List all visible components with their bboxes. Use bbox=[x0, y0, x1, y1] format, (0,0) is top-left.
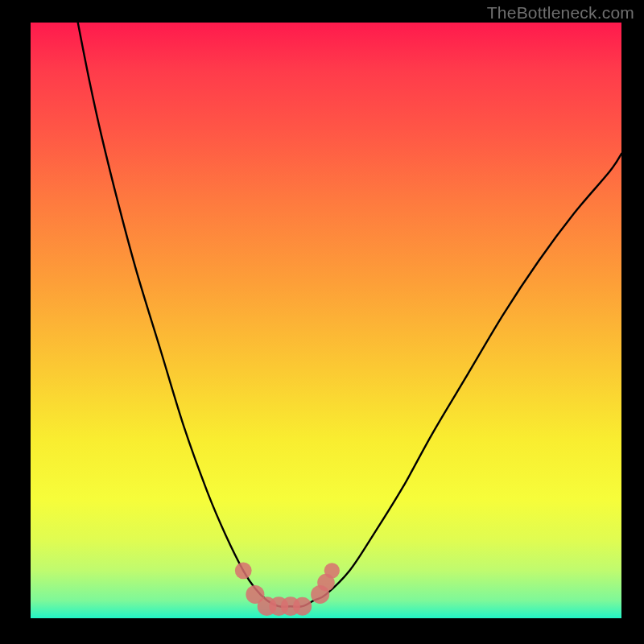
plot-area bbox=[31, 23, 621, 618]
highlight-marker bbox=[324, 563, 340, 578]
highlight-marker bbox=[235, 562, 252, 579]
chart-frame: TheBottleneck.com bbox=[0, 0, 644, 644]
bottleneck-curve-svg bbox=[31, 23, 621, 618]
highlight-marker bbox=[293, 597, 312, 616]
bottleneck-curve bbox=[78, 23, 621, 607]
highlight-markers bbox=[235, 562, 340, 616]
watermark-text: TheBottleneck.com bbox=[487, 3, 634, 23]
